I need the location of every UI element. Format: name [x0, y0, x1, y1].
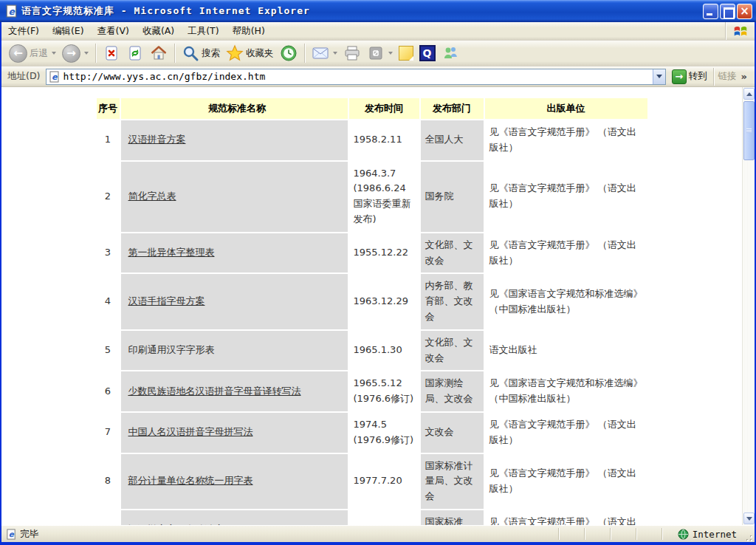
messenger-button[interactable]: [439, 42, 462, 64]
publisher-cell: 见《语言文字规范手册》 （语文出版社）: [485, 120, 647, 160]
publish-date-cell: 1974.5 (1976.9修订): [349, 413, 419, 453]
address-dropdown-icon[interactable]: [653, 69, 665, 84]
menu-item-file[interactable]: 文件(F): [1, 22, 46, 40]
publish-date-cell: 1977.7.20: [349, 454, 419, 509]
standard-name-link[interactable]: 部分计量单位名称统一用字表: [128, 475, 253, 486]
address-input[interactable]: [63, 69, 652, 84]
menu-item-tools[interactable]: 工具(T): [181, 22, 225, 40]
publish-dept-cell: 文化部、文改会: [421, 233, 484, 273]
standard-name-link[interactable]: 汉语拼音方案: [128, 134, 186, 145]
discuss-button[interactable]: [396, 42, 416, 64]
maximize-button[interactable]: [720, 4, 735, 19]
publisher-cell: 见《国家语言文字规范和标准选编》 （中国标准出版社）: [485, 371, 647, 411]
messenger-icon: [441, 44, 459, 62]
forward-icon: →: [62, 44, 80, 63]
q-tool-button[interactable]: Q: [416, 42, 439, 64]
history-button[interactable]: [277, 42, 300, 64]
publish-date-cell: 1963.12.29: [349, 274, 419, 329]
publish-dept-cell: 国家测绘局、文改会: [421, 371, 484, 411]
stop-button[interactable]: [100, 42, 123, 64]
favorites-button[interactable]: 收藏夹: [223, 42, 277, 64]
fit-size-dropdown-icon[interactable]: [388, 52, 393, 55]
toolbar-separator: [95, 44, 96, 63]
close-button[interactable]: ×: [737, 4, 752, 19]
print-icon: [343, 44, 361, 62]
publisher-cell: 见《语言文字规范手册》 （语文出版社）: [485, 413, 647, 453]
back-button[interactable]: ← 后退: [6, 42, 59, 64]
links-bar: 链接 »: [713, 68, 752, 86]
go-button[interactable]: → 转到: [669, 69, 710, 84]
refresh-button[interactable]: [123, 42, 147, 64]
menu-item-favorites[interactable]: 收藏(A): [136, 22, 181, 40]
status-bar: e 完毕 Internet: [1, 525, 755, 542]
row-serial-number: 2: [97, 162, 120, 232]
ie-app-icon: e: [5, 4, 18, 18]
standard-name-link[interactable]: 简化字总表: [128, 191, 176, 202]
toolbar: ← 后退 →: [1, 41, 755, 66]
fit-size-button[interactable]: [364, 42, 396, 64]
links-label[interactable]: 链接: [718, 70, 737, 83]
publish-dept-cell: 全国人大: [421, 120, 484, 160]
forward-dropdown-icon[interactable]: [84, 52, 89, 55]
scroll-down-button[interactable]: [743, 513, 755, 524]
standard-name-link[interactable]: 中国人名汉语拼音字母拼写法: [128, 426, 253, 437]
address-combo[interactable]: e: [46, 69, 665, 85]
standard-name-link[interactable]: 少数民族语地名汉语拼音字母音译转写法: [128, 385, 301, 397]
menu-item-edit[interactable]: 编辑(E): [46, 22, 91, 40]
scroll-up-button[interactable]: [743, 88, 755, 100]
fit-size-icon: [367, 44, 385, 62]
table-header-row: 序号 规范标准名称 发布时间 发布部门 出版单位: [97, 98, 647, 119]
mail-button[interactable]: [309, 42, 340, 64]
links-overflow-chevron-icon[interactable]: »: [741, 71, 747, 82]
chevron-down-icon: [746, 517, 752, 521]
publish-dept-cell: 文化部、文改会: [421, 331, 484, 371]
windows-logo-icon: [725, 22, 755, 40]
menu-item-help[interactable]: 帮助(H): [226, 22, 272, 40]
status-divider: [610, 528, 611, 540]
favorites-star-icon: [226, 44, 244, 62]
toolbar-separator: [174, 44, 175, 63]
browser-window: e 语言文字规范标准库 - Microsoft Internet Explore…: [0, 0, 756, 545]
table-row: 5 印刷通用汉字字形表 1965.1.30 文化部、文改会 语文出版社: [97, 331, 647, 371]
mail-icon: [312, 44, 329, 62]
row-serial-number: 7: [97, 413, 120, 453]
home-button[interactable]: [147, 42, 171, 64]
back-dropdown-icon[interactable]: [52, 52, 56, 55]
table-row: 9 汉语拼音字母名称读音 1982.8.17 国家标准局、文改会 见《语言文字规…: [97, 510, 647, 525]
vertical-scrollbar[interactable]: [742, 87, 755, 525]
svg-text:e: e: [9, 529, 15, 538]
standards-table-body: 1 汉语拼音方案 1958.2.11 全国人大 见《语言文字规范手册》 （语文出…: [97, 120, 647, 525]
publisher-cell: 见《语言文字规范手册》 （语文出版社）: [485, 510, 647, 525]
go-arrow-icon: →: [672, 69, 687, 84]
print-button[interactable]: [340, 42, 364, 64]
resize-grip[interactable]: [743, 532, 753, 542]
scrollbar-thumb[interactable]: [743, 101, 755, 160]
address-bar: 地址(D) e → 转到 链接 »: [1, 66, 755, 87]
note-icon: [399, 46, 413, 61]
publisher-cell: 见《语言文字规范手册》 （语文出版社）: [485, 162, 647, 232]
standard-name-link[interactable]: 汉语手指字母方案: [128, 295, 205, 306]
menu-bar: 文件(F) 编辑(E) 查看(V) 收藏(A) 工具(T) 帮助(H): [1, 22, 755, 41]
standards-table: 序号 规范标准名称 发布时间 发布部门 出版单位 1 汉语拼音方案 1958.2…: [95, 97, 649, 525]
publish-dept-cell: 内务部、教育部、文改会: [421, 274, 484, 329]
publisher-cell: 见《国家语言文字规范和标准选编》 （中国标准出版社）: [485, 274, 647, 329]
search-button[interactable]: 搜索: [179, 42, 223, 64]
header-serial-number: 序号: [97, 98, 120, 119]
minimize-button[interactable]: [703, 4, 718, 19]
publish-dept-cell: 国务院: [421, 162, 484, 232]
standard-name-link[interactable]: 第一批异体字整理表: [128, 247, 215, 258]
menu-item-view[interactable]: 查看(V): [91, 22, 136, 40]
history-clock-icon: [280, 44, 298, 62]
publish-date-cell: 1965.5.12 (1976.6修订): [349, 371, 419, 411]
web-page: 序号 规范标准名称 发布时间 发布部门 出版单位 1 汉语拼音方案 1958.2…: [1, 87, 742, 525]
forward-button[interactable]: →: [59, 42, 92, 64]
row-serial-number: 5: [97, 331, 120, 371]
table-row: 8 部分计量单位名称统一用字表 1977.7.20 国家标准计量局、文改会 见《…: [97, 454, 647, 509]
back-label: 后退: [30, 47, 48, 60]
table-row: 7 中国人名汉语拼音字母拼写法 1974.5 (1976.9修订) 文改会 见《…: [97, 413, 647, 453]
status-divider: [636, 528, 636, 540]
header-publish-date: 发布时间: [349, 98, 419, 119]
header-publish-dept: 发布部门: [421, 98, 484, 119]
refresh-icon: [126, 44, 144, 62]
mail-dropdown-icon[interactable]: [333, 52, 337, 55]
